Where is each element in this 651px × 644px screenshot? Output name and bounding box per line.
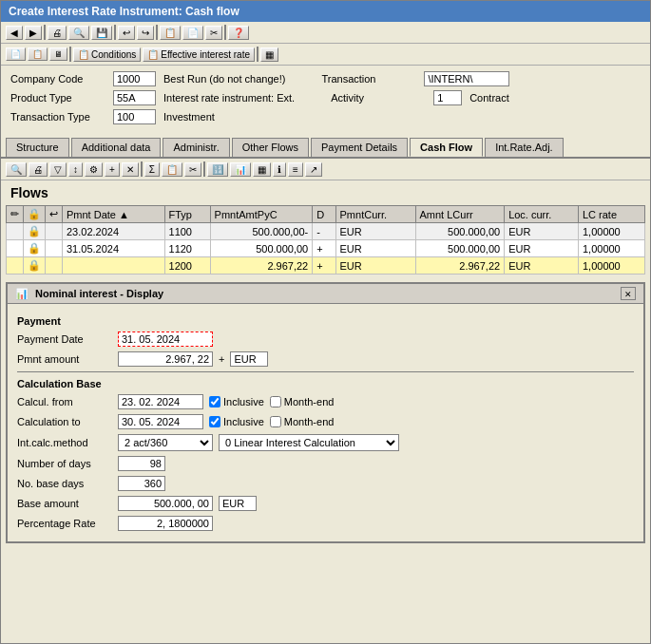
inclusive-2-checkbox[interactable] [209,416,220,427]
num-days-value: 98 [118,456,165,471]
sigma-btn[interactable]: Σ [144,162,160,177]
flows-table-container: ✏ 🔒 ↩ Pmnt Date ▲ FTyp PmntAmtPyC D Pmnt… [1,205,650,275]
undo-btn[interactable]: ↩ [118,26,135,40]
int-calc-dropdown[interactable]: 2 act/360 [118,434,213,451]
int-calc-method-label: Int.calc.method [17,437,112,448]
window-title: Create Interest Rate Instrument: Cash fl… [9,5,239,18]
add-btn[interactable]: + [105,162,120,177]
cut-btn[interactable]: ✂ [205,26,222,40]
cell-lock-1: 🔒 [24,223,46,240]
settings-btn[interactable]: ⚙ [85,162,103,177]
delete-btn[interactable]: ✕ [122,162,139,177]
tab-administr[interactable]: Administr. [163,138,229,157]
table-row[interactable]: 🔒 31.05.2024 1120 500.000,00 + EUR 500.0… [7,240,645,257]
info-btn[interactable]: ℹ [273,162,286,177]
pmnt-amount-row: Pmnt amount 2.967, 22 + EUR [17,351,634,367]
num-days-label: Number of days [17,458,112,469]
redo-btn[interactable]: ↪ [137,26,154,40]
pmnt-amount-label: Pmnt amount [17,353,112,365]
paste-btn[interactable]: 📄 [182,26,203,40]
list-btn[interactable]: ≡ [288,162,303,177]
save-btn[interactable]: 💾 [91,26,112,40]
month-end-2-label: Month-end [270,416,335,427]
tab-additional[interactable]: Additional data [71,138,162,157]
grid-btn[interactable]: ▦ [260,47,278,62]
filter-btn[interactable]: ▽ [49,162,67,177]
payment-date-input[interactable]: 31. 05. 2024 [118,331,213,347]
cell-lock-3: 🔒 [24,257,46,275]
cell-arrow-2 [46,240,63,257]
cell-edit-2 [7,240,24,257]
tab-cash-flow[interactable]: Cash Flow [410,138,483,157]
inclusive-1-checkbox[interactable] [209,396,220,407]
cell-edit-1 [7,223,24,240]
main-window: Create Interest Rate Instrument: Cash fl… [0,0,651,644]
cell-d-2: + [313,240,335,257]
cell-lock-2: 🔒 [24,240,46,257]
conditions-btn[interactable]: 📋 Conditions [73,47,141,62]
help-btn[interactable]: ❓ [228,26,249,40]
calc-btn[interactable]: 🔢 [207,162,228,177]
flows-title: Flows [10,185,48,200]
table-row[interactable]: 🔒 1200 2.967,22 + EUR 2.967,22 EUR 1,000… [7,257,645,275]
activity-value: 1 [433,90,462,105]
month-end-1-label: Month-end [270,396,335,407]
cell-d-1: - [313,223,335,240]
effective-icon: 📋 [147,49,159,60]
tab-bar: Structure Additional data Administr. Oth… [1,138,650,159]
modal-title-text: 📊 Nominal interest - Display [15,288,163,300]
print-btn[interactable]: 🖨 [48,26,67,40]
back-btn[interactable]: ◀ [6,26,23,40]
calcul-from-label: Calcul. from [17,396,112,407]
icon-btn-2[interactable]: 📋 [28,47,48,61]
cell-amt-1: 500.000,00- [210,223,313,240]
grid2-btn[interactable]: ▦ [253,162,271,177]
calcul-from-input[interactable]: 23. 02. 2024 [118,394,203,409]
effective-interest-btn[interactable]: 📋 Effective interest rate [143,47,255,62]
col-lc-rate: LC rate [578,206,644,223]
tab-int-rate[interactable]: Int.Rate.Adj. [485,138,564,157]
zoom-btn[interactable]: 🔍 [6,162,27,177]
icon-btn-1[interactable]: 📄 [6,47,26,61]
cell-amt-3: 2.967,22 [210,257,313,275]
activity-label: Activity [331,92,426,104]
transaction-value: \INTERN\ [424,71,509,86]
tab-payment[interactable]: Payment Details [311,138,408,157]
sort-btn[interactable]: ↕ [68,162,83,177]
top-toolbar: ◀ ▶ 🖨 🔍 💾 ↩ ↪ 📋 📄 ✂ ❓ [1,22,650,44]
tab-other-flows[interactable]: Other Flows [232,138,309,157]
base-amount-value: 500.000, 00 [118,496,213,511]
find-btn[interactable]: 🔍 [68,26,89,40]
company-code-desc: Best Run (do not change!) [163,73,285,85]
month-end-2-checkbox[interactable] [270,416,281,427]
calcul-from-row: Calcul. from 23. 02. 2024 Inclusive Mont… [17,394,634,409]
copy-btn[interactable]: 📋 [160,26,181,40]
calculation-to-input[interactable]: 30. 05. 2024 [118,414,203,429]
chart-btn[interactable]: 📊 [230,162,251,177]
scissors-btn[interactable]: ✂ [184,162,201,177]
tab-structure[interactable]: Structure [6,138,69,157]
linear-interest-dropdown[interactable]: 0 Linear Interest Calculation [219,434,399,451]
col-pmnt-amt: PmntAmtPyC [210,206,313,223]
cell-arrow-3 [46,257,63,275]
print2-btn[interactable]: 🖨 [29,162,48,177]
col-pmnt-date[interactable]: Pmnt Date ▲ [63,206,165,223]
col-amnt-lcurr: Amnt LCurr [415,206,505,223]
clipboard-btn[interactable]: 📋 [162,162,182,177]
transaction-type-row: Transaction Type 100 Investment [10,109,641,124]
fwd-btn[interactable]: ▶ [25,26,42,40]
company-code-label: Company Code [10,73,105,85]
icon-btn-3[interactable]: 🖥 [49,47,67,61]
pmnt-amount-input[interactable]: 2.967, 22 [118,351,213,367]
product-type-label: Product Type [10,92,105,104]
transaction-label: Transaction [321,73,416,85]
month-end-1-checkbox[interactable] [270,396,281,407]
cell-amnt-3: 2.967,22 [415,257,505,275]
export-btn[interactable]: ↗ [305,162,322,177]
modal-dialog: 📊 Nominal interest - Display ✕ Payment P… [6,282,645,543]
modal-close-btn[interactable]: ✕ [621,287,636,300]
flows-header: Flows [1,180,650,205]
conditions-icon: 📋 [78,49,89,60]
col-arrow: ↩ [46,206,63,223]
table-row[interactable]: 🔒 23.02.2024 1100 500.000,00- - EUR 500.… [7,223,645,240]
